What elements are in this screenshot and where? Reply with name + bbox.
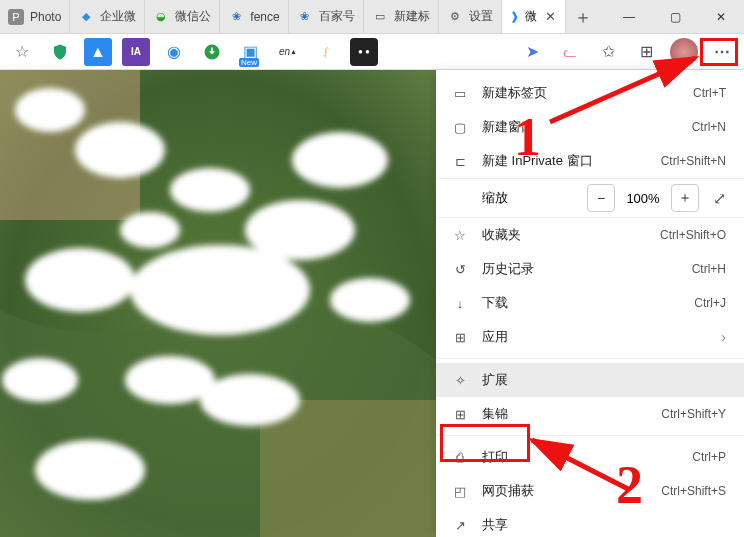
separator [436,358,744,359]
swirl-icon[interactable]: ◉ [160,38,188,66]
toolbar: ☆ ▲ IA ◉ ▣New en▲ ᶘ ● ● ➤ ᓚ ✩ ⊞ ⋯ [0,34,744,70]
chevron-right-icon: › [721,329,726,345]
menu-share[interactable]: ↗ 共享 [436,508,744,537]
menu-print[interactable]: ⎙ 打印 Ctrl+P [436,440,744,474]
window-close[interactable]: ✕ [698,0,744,34]
window-maximize[interactable]: ▢ [652,0,698,34]
menu-shortcut: Ctrl+P [692,450,726,464]
menu-capture[interactable]: ◰ 网页捕获 Ctrl+Shift+S [436,474,744,508]
favicon-wechat-icon: ◒ [153,9,169,25]
menu-new-window[interactable]: ▢ 新建窗口 Ctrl+N [436,110,744,144]
menu-label: 集锦 [482,405,647,423]
en-icon[interactable]: en▲ [274,38,302,66]
tab-label: Photo [30,10,61,24]
idm-icon[interactable] [198,38,226,66]
menu-apps[interactable]: ⊞ 应用 › [436,320,744,354]
favicon-bing-icon: ❱ [510,9,519,25]
favicon-drop-icon: ◆ [78,9,94,25]
tab-label: 微 [525,8,537,25]
tab-bar: P Photo ◆ 企业微 ◒ 微信公 ❀ fence ❀ 百家号 ▭ 新建标 … [0,0,744,34]
menu-downloads[interactable]: ↓ 下载 Ctrl+J [436,286,744,320]
svg-point-14 [125,356,215,404]
svg-point-8 [35,440,145,500]
menu-shortcut: Ctrl+Shift+O [660,228,726,242]
apps-icon: ⊞ [452,329,468,345]
tab-label: 新建标 [394,8,430,25]
shield-icon[interactable] [46,38,74,66]
menu-label: 新建窗口 [482,118,678,136]
tv-icon[interactable]: ▣New [236,38,264,66]
tab-qiyewei[interactable]: ◆ 企业微 [70,0,145,33]
fullscreen-icon[interactable]: ⤢ [713,189,726,208]
ia-icon[interactable]: IA [122,38,150,66]
favicon-photo: P [8,9,24,25]
download-icon: ↓ [452,295,468,311]
tab-label: 微信公 [175,8,211,25]
menu-extensions[interactable]: ✧ 扩展 [436,363,744,397]
separator [436,435,744,436]
svg-point-15 [170,168,250,212]
zoom-value: 100% [623,191,663,206]
capture-icon: ◰ [452,483,468,499]
new-tab-button[interactable]: ＋ [566,0,600,34]
favicon-tab-icon: ▭ [372,9,388,25]
window-icon: ▢ [452,119,468,135]
svg-point-5 [75,122,165,178]
photos-icon[interactable]: ▲ [84,38,112,66]
svg-point-16 [120,212,180,248]
bird-icon[interactable]: ➤ [518,38,546,66]
menu-shortcut: Ctrl+H [692,262,726,276]
menu-collections[interactable]: ⊞ 集锦 Ctrl+Shift+Y [436,397,744,431]
tab-weixin[interactable]: ◒ 微信公 [145,0,220,33]
extensions-icon: ✧ [452,372,468,388]
inprivate-icon: ⊏ [452,153,468,169]
svg-point-7 [2,358,78,402]
tab-label: fence [250,10,279,24]
menu-label: 收藏夹 [482,226,646,244]
window-minimize[interactable]: — [606,0,652,34]
tab-xinjian[interactable]: ▭ 新建标 [364,0,439,33]
menu-label: 共享 [482,516,726,534]
print-icon: ⎙ [452,449,468,465]
menu-shortcut: Ctrl+J [694,296,726,310]
collections-icon[interactable]: ⊞ [632,38,660,66]
menu-label: 新建标签页 [482,84,679,102]
tab-photo[interactable]: P Photo [0,0,70,33]
svg-point-12 [330,278,410,322]
favicon-paw-icon: ❀ [297,9,313,25]
menu-zoom-row: 缩放 − 100% ＋ ⤢ [436,178,744,218]
tab-settings[interactable]: ⚙ 设置 [439,0,502,33]
dots-icon[interactable]: ● ● [350,38,378,66]
tab-baijia[interactable]: ❀ 百家号 [289,0,364,33]
close-icon[interactable]: ✕ [543,9,558,24]
profile-icon[interactable] [670,38,698,66]
menu-new-inprivate[interactable]: ⊏ 新建 InPrivate 窗口 Ctrl+Shift+N [436,144,744,178]
menu-new-tab[interactable]: ▭ 新建标签页 Ctrl+T [436,76,744,110]
zoom-label: 缩放 [482,189,508,207]
content-area: ▭ 新建标签页 Ctrl+T ▢ 新建窗口 Ctrl+N ⊏ 新建 InPriv… [0,70,744,537]
tab-fence[interactable]: ❀ fence [220,0,288,33]
svg-point-4 [15,88,85,132]
menu-favorites[interactable]: ☆ 收藏夹 Ctrl+Shift+O [436,218,744,252]
svg-point-13 [200,374,300,426]
more-button[interactable]: ⋯ [708,38,736,66]
favorites-star-icon[interactable]: ☆ [8,38,36,66]
zoom-in-button[interactable]: ＋ [671,184,699,212]
tab-bing-active[interactable]: ❱ 微 ✕ [502,0,566,33]
share-icon: ↗ [452,517,468,533]
star-icon: ☆ [452,227,468,243]
app-menu: ▭ 新建标签页 Ctrl+T ▢ 新建窗口 Ctrl+N ⊏ 新建 InPriv… [436,70,744,537]
bear-icon[interactable]: ᶘ [312,38,340,66]
favicon-paw-icon: ❀ [228,9,244,25]
menu-shortcut: Ctrl+T [693,86,726,100]
svg-point-6 [25,248,135,312]
menu-history[interactable]: ↺ 历史记录 Ctrl+H [436,252,744,286]
menu-shortcut: Ctrl+N [692,120,726,134]
menu-label: 扩展 [482,371,726,389]
svg-point-10 [245,200,355,260]
menu-shortcut: Ctrl+Shift+N [661,154,726,168]
fav-add-icon[interactable]: ✩ [594,38,622,66]
cat-icon[interactable]: ᓚ [556,38,584,66]
menu-label: 下载 [482,294,680,312]
zoom-out-button[interactable]: − [587,184,615,212]
